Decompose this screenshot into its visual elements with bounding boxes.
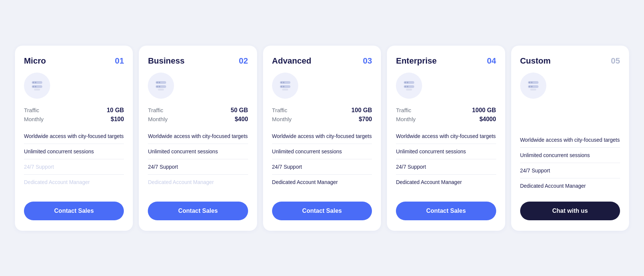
monthly-label-micro: Monthly [24,116,44,122]
svg-point-12 [159,86,160,87]
svg-point-23 [407,82,408,83]
card-icon-advanced [272,73,372,99]
traffic-value-micro: 10 GB [107,107,124,114]
traffic-row-micro: Traffic10 GB [24,107,124,114]
contact-button-advanced[interactable]: Contact Sales [272,202,372,220]
feature-item-advanced-2: 24/7 Support [272,159,372,175]
card-header-enterprise: Enterprise04 [396,56,496,66]
card-title-advanced: Advanced [272,56,311,66]
card-custom: Custom05 Worldwide access with city-focu… [511,46,629,231]
icon-circle-micro [24,73,50,99]
spacer-custom [520,107,620,129]
card-number-micro: 01 [115,56,124,66]
svg-point-5 [35,86,36,87]
feature-item-enterprise-0: Worldwide access with city-focused targe… [396,129,496,144]
monthly-value-micro: $100 [111,116,124,123]
svg-point-29 [529,82,530,83]
feature-item-micro-0: Worldwide access with city-focused targe… [24,129,124,144]
features-list-business: Worldwide access with city-focused targe… [148,129,248,193]
pricing-cards-container: Micro01 Traffic10 GBMonthly$100Worldwide… [7,38,637,238]
svg-rect-20 [282,89,288,91]
svg-point-26 [407,86,408,87]
feature-item-business-3: Dedicated Account Manager [148,175,248,190]
card-number-business: 02 [239,56,248,66]
feature-item-advanced-0: Worldwide access with city-focused targe… [272,129,372,144]
card-title-business: Business [148,56,184,66]
svg-point-15 [281,82,282,83]
feature-item-enterprise-2: 24/7 Support [396,159,496,175]
card-advanced: Advanced03 Traffic100 GBMonthly$700World… [263,46,381,231]
svg-point-8 [156,82,158,83]
traffic-value-advanced: 100 GB [351,107,372,114]
traffic-row-enterprise: Traffic1000 GB [396,107,496,114]
monthly-value-advanced: $700 [359,116,372,123]
svg-rect-34 [530,89,536,91]
feature-item-advanced-3: Dedicated Account Manager [272,175,372,190]
feature-item-advanced-1: Unlimited concurrent sessions [272,144,372,159]
feature-item-micro-3: Dedicated Account Manager [24,175,124,190]
traffic-row-advanced: Traffic100 GB [272,107,372,114]
monthly-label-enterprise: Monthly [396,116,416,122]
feature-item-micro-1: Unlimited concurrent sessions [24,144,124,159]
svg-point-18 [281,86,282,87]
card-icon-custom [520,73,620,99]
svg-point-1 [33,82,34,83]
svg-point-22 [405,82,406,83]
traffic-label-micro: Traffic [24,107,39,113]
svg-point-19 [283,86,284,87]
svg-point-9 [159,82,160,83]
svg-point-32 [529,86,530,87]
traffic-value-enterprise: 1000 GB [472,107,496,114]
card-enterprise: Enterprise04 Traffic1000 GBMonthly$4000W… [387,46,505,231]
card-icon-enterprise [396,73,496,99]
svg-point-4 [33,86,34,87]
card-header-custom: Custom05 [520,56,620,66]
icon-circle-custom [520,73,546,99]
chat-button-custom[interactable]: Chat with us [520,202,620,220]
card-icon-business [148,73,248,99]
card-number-enterprise: 04 [487,56,496,66]
features-list-micro: Worldwide access with city-focused targe… [24,129,124,193]
card-title-custom: Custom [520,56,551,66]
svg-rect-6 [34,89,40,91]
card-business: Business02 Traffic50 GBMonthly$400Worldw… [139,46,257,231]
monthly-row-business: Monthly$400 [148,116,248,123]
feature-item-business-0: Worldwide access with city-focused targe… [148,129,248,144]
monthly-row-micro: Monthly$100 [24,116,124,123]
icon-circle-enterprise [396,73,422,99]
monthly-value-enterprise: $4000 [479,116,496,123]
traffic-label-business: Traffic [148,107,163,113]
feature-item-enterprise-1: Unlimited concurrent sessions [396,144,496,159]
traffic-label-enterprise: Traffic [396,107,411,113]
feature-item-custom-3: Dedicated Account Manager [520,178,620,193]
monthly-row-enterprise: Monthly$4000 [396,116,496,123]
feature-item-custom-2: 24/7 Support [520,163,620,178]
contact-button-business[interactable]: Contact Sales [148,202,248,220]
contact-button-micro[interactable]: Contact Sales [24,202,124,220]
card-header-advanced: Advanced03 [272,56,372,66]
svg-point-25 [405,86,406,87]
card-title-micro: Micro [24,56,46,66]
monthly-row-advanced: Monthly$700 [272,116,372,123]
card-micro: Micro01 Traffic10 GBMonthly$100Worldwide… [15,46,133,231]
monthly-label-business: Monthly [148,116,168,122]
svg-point-16 [283,82,284,83]
svg-rect-27 [406,89,412,91]
card-title-enterprise: Enterprise [396,56,437,66]
traffic-row-business: Traffic50 GB [148,107,248,114]
svg-point-2 [35,82,36,83]
card-icon-micro [24,73,124,99]
card-number-advanced: 03 [363,56,372,66]
feature-item-custom-1: Unlimited concurrent sessions [520,148,620,163]
features-list-advanced: Worldwide access with city-focused targe… [272,129,372,193]
features-list-custom: Worldwide access with city-focused targe… [520,132,620,193]
contact-button-enterprise[interactable]: Contact Sales [396,202,496,220]
svg-point-30 [531,82,532,83]
monthly-value-business: $400 [235,116,248,123]
feature-item-enterprise-3: Dedicated Account Manager [396,175,496,190]
card-header-micro: Micro01 [24,56,124,66]
feature-item-business-1: Unlimited concurrent sessions [148,144,248,159]
card-header-business: Business02 [148,56,248,66]
feature-item-custom-0: Worldwide access with city-focused targe… [520,132,620,148]
svg-rect-13 [158,89,164,91]
